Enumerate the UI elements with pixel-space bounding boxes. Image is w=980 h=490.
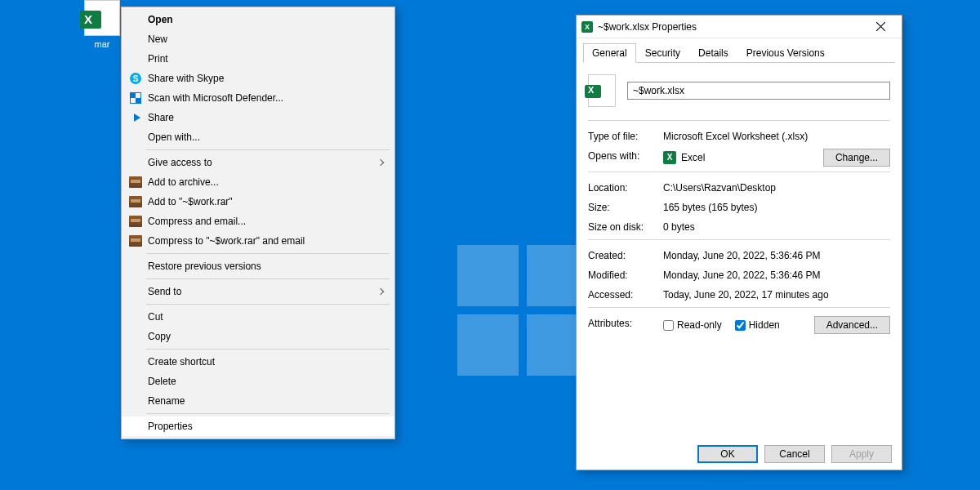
properties-dialog: X ~$work.xlsx Properties GeneralSecurity… (576, 15, 902, 470)
size-on-disk-value: 0 bytes (663, 220, 890, 234)
context-item-print[interactable]: Print (122, 49, 394, 69)
chevron-right-icon (377, 288, 384, 295)
excel-icon (84, 0, 120, 36)
tab-security[interactable]: Security (636, 43, 689, 63)
excel-icon: X (581, 21, 593, 33)
context-menu: OpenNewPrintSShare with SkypeScan with M… (121, 7, 395, 439)
window-title: ~$work.xlsx Properties (598, 21, 859, 33)
context-item-label: Share (145, 112, 388, 123)
context-item-label: Create shortcut (145, 356, 388, 368)
context-item-add-to-archive[interactable]: Add to archive... (122, 172, 394, 192)
readonly-checkbox-input[interactable] (663, 320, 674, 331)
context-item-delete[interactable]: Delete (122, 372, 394, 391)
readonly-checkbox[interactable]: Read-only (663, 318, 722, 332)
ok-button[interactable]: OK (697, 445, 758, 463)
context-item-cut[interactable]: Cut (122, 307, 394, 327)
created-label: Created: (588, 248, 663, 263)
context-item-label: Cut (145, 311, 388, 323)
size-value: 165 bytes (165 bytes) (663, 200, 890, 215)
apply-button[interactable]: Apply (831, 445, 892, 463)
hidden-checkbox-input[interactable] (735, 320, 746, 331)
context-item-label: Send to (145, 286, 378, 297)
context-item-label: Add to archive... (145, 176, 388, 188)
context-item-new[interactable]: New (122, 29, 394, 49)
readonly-checkbox-label: Read-only (677, 318, 722, 332)
desktop-file-label: mar (78, 39, 127, 49)
context-item-label: Copy (145, 331, 388, 342)
chevron-right-icon (377, 159, 384, 166)
context-item-label: Open (145, 14, 388, 25)
context-item-add-to-work-rar[interactable]: Add to "~$work.rar" (122, 192, 394, 212)
change-button[interactable]: Change... (823, 149, 890, 167)
tab-details[interactable]: Details (689, 43, 737, 63)
context-item-give-access-to[interactable]: Give access to (122, 153, 394, 172)
context-item-rename[interactable]: Rename (122, 391, 394, 411)
context-separator (146, 253, 390, 254)
desktop-file-icon[interactable]: mar (78, 0, 127, 49)
size-label: Size: (588, 200, 663, 215)
skype-icon: S (130, 73, 141, 84)
context-separator (146, 304, 390, 305)
context-item-label: Print (145, 53, 388, 65)
context-item-compress-to-work-rar-and-email[interactable]: Compress to "~$work.rar" and email (122, 231, 394, 251)
context-item-label: Delete (145, 376, 388, 387)
context-item-label: Compress to "~$work.rar" and email (145, 235, 388, 247)
excel-icon: X (663, 151, 676, 164)
context-separator (146, 349, 390, 350)
context-item-label: Scan with Microsoft Defender... (145, 92, 388, 104)
accessed-label: Accessed: (588, 287, 663, 302)
share-icon (134, 114, 140, 122)
context-item-restore-previous-versions[interactable]: Restore previous versions (122, 256, 394, 276)
advanced-button[interactable]: Advanced... (814, 316, 890, 334)
context-item-scan-with-microsoft-defender[interactable]: Scan with Microsoft Defender... (122, 88, 394, 108)
context-item-label: Restore previous versions (145, 261, 388, 272)
winrar-icon (129, 216, 142, 227)
titlebar[interactable]: X ~$work.xlsx Properties (577, 16, 902, 38)
context-item-copy[interactable]: Copy (122, 327, 394, 346)
location-value: C:\Users\Razvan\Desktop (663, 180, 890, 195)
context-item-open-with[interactable]: Open with... (122, 127, 394, 147)
context-item-label: Add to "~$work.rar" (145, 196, 388, 207)
defender-shield-icon (130, 92, 141, 104)
context-item-compress-and-email[interactable]: Compress and email... (122, 212, 394, 231)
context-item-label: Give access to (145, 157, 378, 168)
close-icon (876, 22, 885, 31)
accessed-value: Today, June 20, 2022, 17 minutes ago (663, 287, 890, 302)
context-item-properties[interactable]: Properties (122, 416, 394, 436)
modified-value: Monday, June 20, 2022, 5:36:46 PM (663, 268, 890, 283)
context-item-label: New (145, 33, 388, 45)
windows-logo-wallpaper (457, 245, 588, 376)
tab-general[interactable]: General (583, 43, 636, 63)
opens-with-label: Opens with: (588, 149, 663, 167)
context-item-create-shortcut[interactable]: Create shortcut (122, 352, 394, 372)
context-separator (146, 149, 390, 150)
type-value: Microsoft Excel Worksheet (.xlsx) (663, 129, 890, 144)
cancel-button[interactable]: Cancel (764, 445, 825, 463)
attributes-label: Attributes: (588, 316, 663, 334)
context-item-share[interactable]: Share (122, 108, 394, 127)
context-item-label: Compress and email... (145, 216, 388, 227)
context-item-send-to[interactable]: Send to (122, 282, 394, 301)
filename-input[interactable] (627, 82, 890, 100)
file-type-icon (588, 74, 616, 107)
size-on-disk-label: Size on disk: (588, 220, 663, 234)
context-item-label: Rename (145, 395, 388, 407)
winrar-icon (129, 176, 142, 188)
hidden-checkbox-label: Hidden (749, 318, 780, 332)
context-separator (146, 413, 390, 414)
context-item-label: Open with... (145, 131, 388, 143)
context-item-open[interactable]: Open (122, 10, 394, 29)
context-item-label: Share with Skype (145, 73, 388, 84)
context-item-label: Properties (145, 421, 388, 432)
general-panel: Type of file: Microsoft Excel Worksheet … (577, 63, 902, 439)
tabs: GeneralSecurityDetailsPrevious Versions (583, 43, 895, 63)
type-label: Type of file: (588, 129, 663, 144)
tab-previous-versions[interactable]: Previous Versions (737, 43, 834, 63)
winrar-icon (129, 196, 142, 207)
hidden-checkbox[interactable]: Hidden (735, 318, 780, 332)
context-separator (146, 278, 390, 279)
close-button[interactable] (864, 16, 897, 38)
created-value: Monday, June 20, 2022, 5:36:46 PM (663, 248, 890, 263)
context-item-share-with-skype[interactable]: SShare with Skype (122, 69, 394, 88)
modified-label: Modified: (588, 268, 663, 283)
